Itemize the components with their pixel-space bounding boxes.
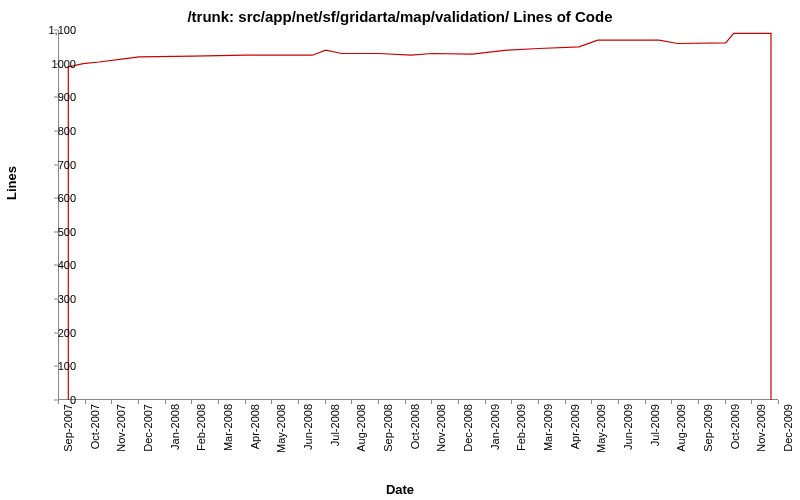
chart-line	[59, 30, 779, 400]
x-tick-label: Apr-2009	[569, 404, 581, 449]
x-tick-label: Aug-2009	[675, 404, 687, 452]
x-tick-label: Nov-2007	[115, 404, 127, 452]
x-tick-label: Feb-2009	[515, 404, 527, 451]
x-tick-label: Mar-2009	[542, 404, 554, 451]
x-tick-label: Sep-2007	[62, 404, 74, 452]
x-tick-label: Jan-2009	[489, 404, 501, 450]
x-tick-label: Aug-2008	[355, 404, 367, 452]
y-axis-label: Lines	[4, 166, 19, 200]
x-tick-label: Apr-2008	[249, 404, 261, 449]
x-tick-label: Dec-2007	[142, 404, 154, 452]
x-tick-label: Sep-2009	[702, 404, 714, 452]
x-tick-label: Jun-2008	[302, 404, 314, 450]
x-tick-label: Jan-2008	[169, 404, 181, 450]
x-tick-label: Jul-2008	[329, 404, 341, 446]
x-tick-label: Jun-2009	[622, 404, 634, 450]
chart-title: /trunk: src/app/net/sf/gridarta/map/vali…	[0, 8, 800, 25]
x-tick-label: Dec-2009	[782, 404, 794, 452]
x-tick-label: Oct-2007	[89, 404, 101, 449]
x-tick-label: Jul-2009	[649, 404, 661, 446]
x-axis-label: Date	[0, 482, 800, 497]
x-tick-label: Oct-2009	[729, 404, 741, 449]
x-tick-label: May-2008	[275, 404, 287, 453]
x-tick-label: Mar-2008	[222, 404, 234, 451]
x-tick-label: Feb-2008	[195, 404, 207, 451]
x-tick-label: Nov-2008	[435, 404, 447, 452]
x-tick-label: Oct-2008	[409, 404, 421, 449]
x-tick-label: Sep-2008	[382, 404, 394, 452]
x-tick-label: Nov-2009	[755, 404, 767, 452]
plot-area	[58, 30, 778, 400]
x-tick-label: Dec-2008	[462, 404, 474, 452]
x-tick-label: May-2009	[595, 404, 607, 453]
